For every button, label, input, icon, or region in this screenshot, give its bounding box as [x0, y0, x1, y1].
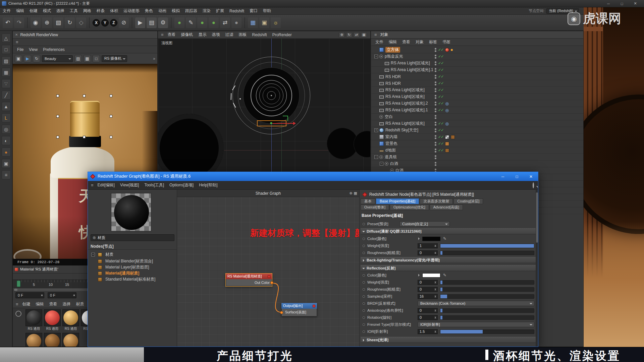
- reflection-color-swatch[interactable]: [422, 273, 440, 278]
- mat-menu-material[interactable]: 材质: [74, 301, 87, 307]
- object-name[interactable]: RS HDR: [385, 81, 401, 86]
- redshift-proxy-icon[interactable]: ⇄: [220, 17, 230, 28]
- menu-animate[interactable]: 动画: [156, 7, 169, 14]
- aov-icon[interactable]: ▤: [74, 55, 82, 62]
- tab-coating[interactable]: Coating[涂层]: [453, 198, 483, 204]
- ior-slider[interactable]: [440, 329, 534, 334]
- vp-menu-panel[interactable]: 面板: [236, 32, 249, 38]
- snapshot-icon[interactable]: ▣: [15, 55, 22, 62]
- selection-handle[interactable]: [110, 136, 112, 138]
- object-name[interactable]: RS Area Light[区域光]: [385, 94, 425, 100]
- om-menu-file[interactable]: 文件: [373, 39, 386, 45]
- menu-mograph[interactable]: 运动图形: [121, 7, 142, 14]
- rotate-tool-icon[interactable]: ↻: [65, 17, 75, 28]
- object-name[interactable]: RS Area Light[区域光].1: [391, 67, 433, 73]
- enabled-check-icon[interactable]: ✓✓: [438, 88, 443, 92]
- object-row[interactable]: RS Area Light[区域光] ✓✓◎: [371, 120, 583, 127]
- texture-tag-icon[interactable]: [445, 142, 449, 146]
- object-name[interactable]: 道具组: [385, 154, 397, 160]
- visibility-toggles[interactable]: [435, 48, 436, 52]
- expander-icon[interactable]: −: [374, 155, 378, 159]
- expand-arrow-icon[interactable]: [418, 237, 421, 240]
- viewport-zoom-icon[interactable]: ⇄: [354, 32, 360, 38]
- tree-root-label[interactable]: 材质: [105, 252, 113, 257]
- visibility-toggles[interactable]: [435, 148, 436, 153]
- tag-icon[interactable]: [451, 49, 453, 51]
- keyframe-dot[interactable]: [363, 252, 365, 254]
- sg-menu-options[interactable]: Options[选项]: [167, 182, 196, 188]
- last-tool-icon[interactable]: ◇: [76, 17, 86, 28]
- mat-menu-edit[interactable]: 编辑: [34, 301, 46, 307]
- menu-edit[interactable]: 编辑: [13, 7, 27, 14]
- sg-menu-edit[interactable]: Edit[编辑]: [95, 182, 117, 188]
- object-name[interactable]: 立方体: [385, 47, 400, 53]
- rv-menu-preferences[interactable]: Preferences: [41, 47, 67, 52]
- object-name[interactable]: d地面: [385, 147, 396, 153]
- scale-tool-icon[interactable]: ▧: [53, 17, 63, 28]
- object-row[interactable]: − 白酒: [371, 161, 583, 167]
- menu-mesh[interactable]: 网格: [80, 7, 94, 14]
- enabled-check-icon[interactable]: ✓✓: [438, 68, 443, 72]
- rotation-slider[interactable]: [440, 315, 534, 320]
- crop-icon[interactable]: □: [93, 55, 100, 62]
- selection-handle[interactable]: [56, 95, 59, 97]
- fresnel-type-dropdown[interactable]: IOR[折射率]: [418, 322, 534, 327]
- om-menu-tags[interactable]: 标签: [427, 39, 439, 45]
- om-menu-objects[interactable]: 对象: [413, 39, 426, 45]
- selection-handle[interactable]: [110, 115, 112, 118]
- vp-menu-redshift[interactable]: Redshift: [250, 33, 269, 37]
- tab-overall[interactable]: Overall[整体]: [361, 204, 389, 210]
- range-handle-left[interactable]: [14, 289, 17, 291]
- renderview-close-icon[interactable]: ✕: [15, 33, 18, 37]
- enabled-check-icon[interactable]: ✓✓: [438, 54, 443, 59]
- menu-window[interactable]: 窗口: [247, 7, 260, 14]
- texture-tag-icon[interactable]: [445, 148, 449, 153]
- vp-menu-filter[interactable]: 过滤: [223, 32, 236, 38]
- panel-menu-icon[interactable]: ≡: [160, 32, 165, 37]
- shader-graph-canvas[interactable]: Shader Graph ⊕ ▦ 新建材质球，调整【漫射】颜色 RS Mater…: [177, 190, 359, 347]
- menu-spline[interactable]: 样条: [94, 7, 107, 14]
- object-name[interactable]: 背景色: [385, 141, 397, 146]
- visibility-toggles[interactable]: [435, 128, 436, 132]
- object-row[interactable]: 立方体 ✓✓: [371, 47, 583, 53]
- coordinate-system-icon[interactable]: ⊘: [119, 17, 129, 28]
- keyframe-dot[interactable]: [363, 323, 365, 326]
- visibility-toggles[interactable]: [435, 108, 436, 112]
- keyframe-dot[interactable]: [363, 295, 365, 298]
- keyframe-dot[interactable]: [363, 330, 365, 333]
- object-name[interactable]: 白酒: [390, 161, 398, 167]
- diffuse-weight-slider[interactable]: [440, 244, 534, 248]
- expander-icon[interactable]: −: [91, 253, 95, 256]
- quantize-mode-icon[interactable]: ●: [2, 147, 11, 157]
- reflection-weight-slider[interactable]: [440, 280, 534, 285]
- edges-mode-icon[interactable]: ╱: [2, 90, 11, 100]
- panel-menu-icon[interactable]: ≡: [373, 32, 378, 37]
- menu-mode[interactable]: 模式: [40, 7, 54, 14]
- om-menu-bookmarks[interactable]: 书签: [440, 39, 453, 45]
- backlighting-group-header[interactable]: Back-lighting/Translucency[背光/半透明]: [361, 257, 536, 263]
- menu-file[interactable]: 文件: [0, 7, 13, 14]
- frame-start-field[interactable]: 0 F: [15, 292, 44, 298]
- object-row[interactable]: 背景色 ✓✓: [371, 140, 583, 147]
- current-frame-marker[interactable]: [17, 281, 20, 287]
- sg-menu-help[interactable]: Help[帮助]: [197, 182, 220, 188]
- rv-menu-view[interactable]: View: [26, 47, 40, 52]
- start-ipr-icon[interactable]: ▶: [24, 55, 31, 62]
- redshift-lights-icon[interactable]: ●: [209, 17, 219, 28]
- tree-item-label[interactable]: Material[通用材质]: [105, 270, 139, 276]
- properties-scrollbar[interactable]: [536, 190, 538, 347]
- reflection-roughness-input[interactable]: 0: [418, 287, 438, 292]
- visibility-toggles[interactable]: [435, 81, 436, 85]
- enabled-check-icon[interactable]: ✓✓: [438, 74, 443, 79]
- light-icon[interactable]: ☼: [271, 17, 281, 28]
- object-row[interactable]: RS Area Light[区域光] ✓✓: [371, 87, 583, 94]
- solo-mode-icon[interactable]: ◎: [2, 125, 11, 134]
- vp-menu-display[interactable]: 显示: [196, 32, 209, 38]
- enabled-check-icon[interactable]: ✓✓: [438, 48, 443, 52]
- expander-icon[interactable]: +: [374, 128, 378, 132]
- visibility-toggles[interactable]: [435, 135, 436, 139]
- node-search-field[interactable]: ⊗ 材质: [91, 234, 174, 241]
- tab-subsurface[interactable]: 次表面多次散射: [420, 198, 453, 204]
- out-color-port[interactable]: [270, 281, 273, 284]
- keyframe-dot[interactable]: [363, 281, 365, 284]
